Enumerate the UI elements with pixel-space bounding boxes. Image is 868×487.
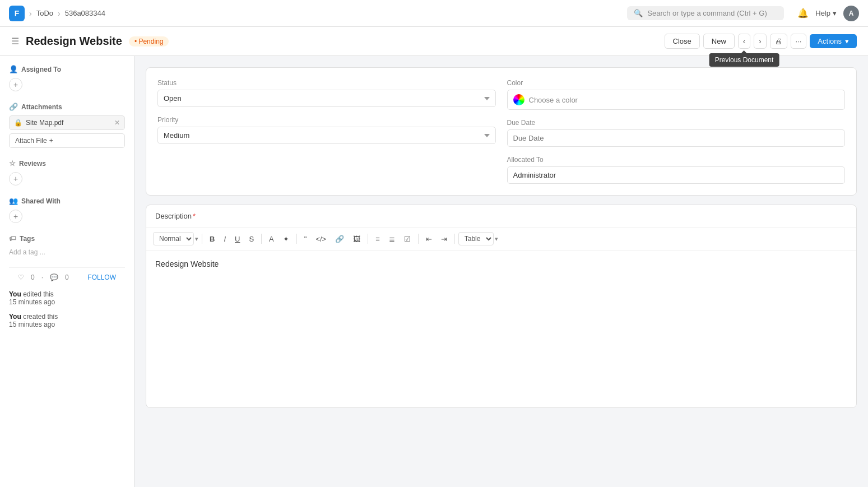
- code-button[interactable]: </>: [312, 233, 330, 245]
- activity-when-0: 15 minutes ago: [9, 298, 55, 306]
- editor-content: Redesign Website: [155, 259, 219, 268]
- activity-who-1: You: [9, 313, 21, 321]
- new-button[interactable]: New: [703, 34, 735, 49]
- highlight-button[interactable]: ✦: [279, 233, 293, 245]
- add-tag-input[interactable]: Add a tag ...: [9, 248, 45, 256]
- help-label: Help: [815, 9, 830, 17]
- status-label: Status: [157, 79, 496, 87]
- search-bar[interactable]: 🔍 Search or type a command (Ctrl + G): [627, 6, 784, 20]
- checklist-button[interactable]: ☑: [400, 233, 415, 245]
- allocated-to-input[interactable]: [507, 166, 846, 184]
- reviews-section: ☆ Reviews +: [9, 159, 125, 185]
- main-layout: 👤 Assigned To + 🔗 Attachments 🔒 Site Map…: [0, 56, 868, 487]
- sidebar-toggle-icon[interactable]: ☰: [11, 36, 19, 47]
- stats-row: ♡ 0 · 💬 0 FOLLOW: [9, 267, 125, 287]
- search-icon: 🔍: [634, 9, 643, 17]
- add-review-button[interactable]: +: [9, 172, 22, 185]
- strikethrough-button[interactable]: S: [245, 233, 258, 245]
- comments-count: 0: [65, 273, 69, 281]
- follow-button[interactable]: FOLLOW: [87, 273, 116, 281]
- attach-plus-icon: +: [49, 137, 53, 145]
- ordered-list-button[interactable]: ≡: [372, 233, 384, 245]
- person-icon: 👤: [9, 65, 18, 73]
- more-options-button[interactable]: ···: [791, 34, 807, 49]
- editor-toolbar: Normal ▾ B I U S A ✦ " </> 🔗 🖼 ≡ ≣ ☑: [146, 228, 856, 251]
- status-select[interactable]: Open: [157, 90, 496, 107]
- description-label: Description: [155, 212, 192, 220]
- indent-increase-button[interactable]: ⇥: [437, 233, 451, 245]
- main-content: Status Open Priority Medium: [134, 56, 868, 487]
- prev-doc-button[interactable]: ‹: [738, 34, 750, 49]
- form-left-col: Status Open Priority Medium: [157, 79, 496, 184]
- attachment-file-item: 🔒 Site Map.pdf ✕: [9, 115, 125, 130]
- avatar[interactable]: A: [843, 6, 859, 21]
- print-button[interactable]: 🖨: [770, 34, 787, 49]
- close-button[interactable]: Close: [665, 34, 700, 49]
- blockquote-button[interactable]: ": [300, 233, 311, 245]
- actions-chevron-icon: ▾: [845, 37, 849, 45]
- editor-body[interactable]: Redesign Website: [146, 251, 856, 407]
- comment-icon: 💬: [50, 273, 58, 281]
- app-logo[interactable]: F: [9, 6, 25, 21]
- star-icon: ☆: [9, 159, 16, 168]
- breadcrumb-sep-2: ›: [58, 9, 61, 18]
- activity-item-0: You edited this 15 minutes ago: [9, 287, 125, 309]
- doc-header: ☰ Redesign Website • Pending Close New ‹…: [0, 27, 868, 56]
- status-badge: • Pending: [129, 36, 169, 47]
- heart-icon: ♡: [18, 273, 24, 281]
- toolbar-divider-4: [368, 234, 368, 244]
- indent-decrease-button[interactable]: ⇤: [422, 233, 436, 245]
- breadcrumb-id[interactable]: 536a083344: [65, 9, 105, 17]
- reviews-label: Reviews: [19, 160, 46, 168]
- due-date-label: Due Date: [507, 119, 846, 127]
- help-menu[interactable]: Help ▾: [815, 9, 837, 17]
- assigned-to-header: 👤 Assigned To: [9, 65, 125, 73]
- remove-attachment-icon[interactable]: ✕: [114, 119, 120, 127]
- shared-with-header: 👥 Shared With: [9, 197, 125, 205]
- color-picker[interactable]: Choose a color: [507, 90, 846, 110]
- form-right-col: Color Choose a color Due Date Allocated …: [507, 79, 846, 184]
- priority-select[interactable]: Medium: [157, 127, 496, 144]
- tags-header: 🏷 Tags: [9, 234, 125, 243]
- toolbar-divider-1: [202, 234, 202, 244]
- search-placeholder: Search or type a command (Ctrl + G): [647, 9, 767, 17]
- people-icon: 👥: [9, 197, 18, 205]
- prev-doc-wrapper: ‹ Previous Document: [738, 34, 750, 49]
- color-wheel-icon: [513, 94, 524, 105]
- image-button[interactable]: 🖼: [349, 233, 364, 245]
- activity-who-0: You: [9, 290, 21, 298]
- attachment-filename[interactable]: Site Map.pdf: [26, 119, 63, 127]
- italic-button[interactable]: I: [220, 233, 230, 245]
- allocated-to-label: Allocated To: [507, 156, 846, 164]
- link-button[interactable]: 🔗: [331, 233, 348, 245]
- add-shared-with-button[interactable]: +: [9, 210, 22, 223]
- notifications-icon[interactable]: 🔔: [797, 8, 809, 18]
- actions-button[interactable]: Actions ▾: [810, 34, 857, 48]
- reviews-header: ☆ Reviews: [9, 159, 125, 168]
- attach-label: Attach File: [15, 137, 47, 145]
- color-label: Color: [507, 79, 846, 87]
- shared-with-section: 👥 Shared With +: [9, 197, 125, 223]
- format-select[interactable]: Normal: [153, 232, 194, 245]
- attachment-icon: 🔗: [9, 103, 18, 111]
- bold-button[interactable]: B: [206, 233, 219, 245]
- attach-file-button[interactable]: Attach File +: [9, 133, 125, 148]
- priority-label: Priority: [157, 116, 496, 124]
- navbar: F › ToDo › 536a083344 🔍 Search or type a…: [0, 0, 868, 27]
- breadcrumb-todo[interactable]: ToDo: [36, 9, 53, 17]
- table-select[interactable]: Table: [458, 232, 494, 245]
- navbar-right: 🔔 Help ▾ A: [797, 6, 859, 21]
- form-grid: Status Open Priority Medium: [157, 79, 845, 184]
- underline-button[interactable]: U: [231, 233, 244, 245]
- font-color-button[interactable]: A: [265, 233, 278, 245]
- next-doc-button[interactable]: ›: [754, 34, 766, 49]
- due-date-input[interactable]: [507, 129, 846, 147]
- doc-actions: Close New ‹ Previous Document › 🖨 ··· Ac…: [665, 34, 857, 49]
- due-date-group: Due Date: [507, 119, 846, 147]
- sidebar: 👤 Assigned To + 🔗 Attachments 🔒 Site Map…: [0, 56, 134, 487]
- table-chevron-icon: ▾: [495, 235, 498, 243]
- activity-when-1: 15 minutes ago: [9, 321, 55, 328]
- add-assigned-to-button[interactable]: +: [9, 78, 22, 91]
- color-placeholder: Choose a color: [529, 96, 578, 104]
- unordered-list-button[interactable]: ≣: [385, 233, 399, 245]
